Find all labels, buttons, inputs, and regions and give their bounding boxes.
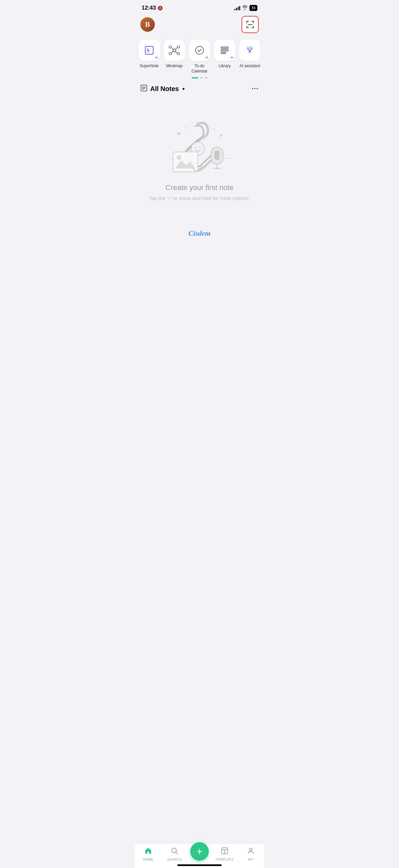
wifi-icon (242, 5, 247, 11)
dot-3 (205, 77, 207, 79)
svg-rect-43 (173, 152, 198, 172)
dropdown-arrow-icon[interactable]: ▼ (181, 87, 186, 91)
svg-rect-7 (253, 26, 254, 28)
watermark: Cisdem (135, 222, 264, 241)
svg-point-41 (195, 147, 197, 148)
pagination-dots (135, 77, 264, 79)
svg-line-19 (176, 51, 177, 54)
svg-rect-14 (177, 46, 180, 48)
status-bar: 12:43 🔕 73 (135, 0, 264, 13)
app-item-mindmap[interactable]: Mindmap (163, 40, 186, 74)
dot-1 (192, 77, 198, 79)
signal-icon (234, 6, 240, 10)
app-item-todo[interactable]: AI To-do Calendar (188, 40, 211, 74)
app-label-mindmap: Mindmap (166, 64, 182, 69)
svg-line-16 (171, 47, 173, 50)
app-item-ai-assistant[interactable]: AI assistant (238, 40, 261, 74)
svg-point-44 (177, 155, 181, 160)
scan-icon (245, 20, 255, 29)
svg-rect-13 (169, 53, 171, 55)
status-time: 12:43 🔕 (142, 5, 163, 11)
svg-text:★: ★ (185, 125, 188, 129)
svg-rect-15 (177, 53, 180, 55)
svg-rect-12 (169, 46, 171, 48)
app-icon-todo: AI (189, 40, 210, 61)
svg-line-17 (171, 51, 173, 54)
svg-text:★: ★ (213, 127, 216, 131)
svg-point-42 (199, 147, 200, 148)
dot-2 (200, 77, 203, 79)
time-display: 12:43 (142, 5, 156, 11)
svg-rect-1 (246, 21, 247, 23)
empty-illustration: ★ ★ ★ ★ (166, 117, 233, 177)
svg-point-20 (196, 46, 203, 54)
svg-point-50 (217, 155, 219, 156)
notes-list-icon (140, 85, 147, 93)
empty-state-title: Create your first note (165, 183, 233, 192)
app-icon-mindmap (164, 40, 185, 61)
ai-badge-library: AI (231, 56, 233, 59)
battery-indicator: 73 (250, 5, 257, 11)
app-icon-library: AI (214, 40, 235, 61)
notes-title-group[interactable]: All Notes ▼ (140, 85, 186, 93)
svg-rect-21 (221, 47, 228, 48)
ai-badge-todo: AI (205, 56, 208, 59)
svg-rect-11 (173, 49, 176, 52)
ai-badge-supernote: AI (155, 56, 158, 59)
svg-text:S: S (146, 48, 149, 53)
app-label-supernote: SuperNote (140, 64, 159, 69)
svg-line-30 (248, 52, 250, 53)
status-right: 73 (234, 5, 257, 11)
svg-line-18 (176, 47, 177, 50)
empty-state-subtitle: Tap the '+' or press and hold for more o… (149, 195, 250, 202)
app-label-library: Library (219, 64, 231, 69)
app-item-library[interactable]: AI Library (213, 40, 236, 74)
mute-icon: 🔕 (158, 6, 163, 10)
svg-point-47 (215, 152, 216, 154)
svg-point-48 (217, 152, 219, 154)
notes-header: All Notes ▼ ··· (135, 81, 264, 97)
svg-rect-22 (221, 50, 228, 51)
more-options-button[interactable]: ··· (252, 85, 259, 92)
app-icon-ai-assistant (239, 40, 260, 61)
svg-rect-3 (253, 21, 254, 23)
svg-text:★: ★ (176, 131, 181, 136)
app-item-supernote[interactable]: S AI SuperNote (138, 40, 161, 74)
svg-point-51 (215, 157, 216, 158)
svg-text:★: ★ (219, 133, 223, 138)
app-label-ai-assistant: AI assistant (239, 64, 260, 69)
empty-state: ★ ★ ★ ★ (135, 97, 264, 222)
app-label-todo: To-do Calendar (192, 64, 208, 74)
svg-rect-23 (221, 52, 226, 54)
svg-rect-5 (246, 26, 247, 28)
top-header: B (135, 13, 264, 37)
svg-point-52 (217, 157, 219, 158)
svg-line-31 (250, 52, 251, 53)
app-grid: S AI SuperNote Mindmap (135, 37, 264, 74)
scan-button[interactable] (241, 16, 259, 33)
svg-rect-8 (248, 25, 253, 25)
svg-point-49 (215, 155, 216, 156)
notes-title: All Notes (150, 85, 179, 93)
avatar-letter: B (145, 20, 150, 29)
app-icon-supernote: S AI (139, 40, 160, 61)
avatar[interactable]: B (140, 17, 155, 32)
